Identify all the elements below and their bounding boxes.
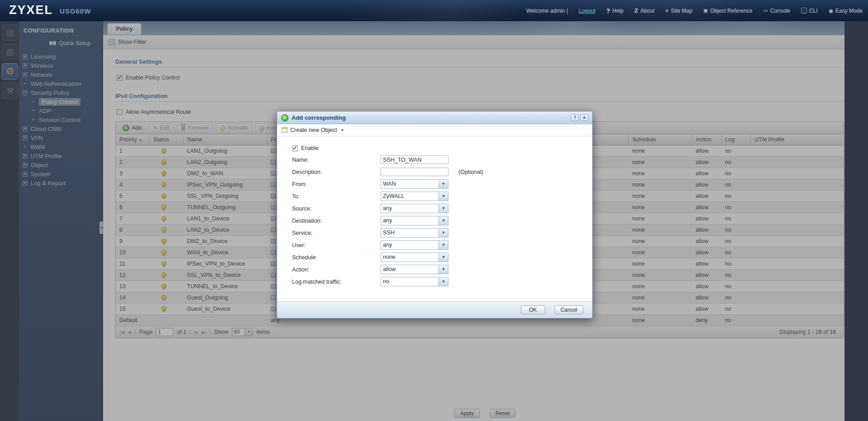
- dialog-toolbar: Create new Object ▼: [277, 124, 592, 136]
- field-source-select[interactable]: any▼: [381, 204, 448, 213]
- topbar-site-map-button[interactable]: +Site Map: [665, 7, 692, 14]
- field-source-value: any: [381, 204, 439, 213]
- field-schedule-value: none: [381, 253, 439, 262]
- field-from-label: From:: [292, 181, 381, 187]
- field-schedule-label: Schedule:: [292, 254, 381, 261]
- top-bar: ZYXEL USG60W Welcome admin | Logout ?Hel…: [0, 0, 868, 21]
- device-model: USG60W: [60, 7, 91, 15]
- form-row-from: From:WAN▼: [277, 178, 592, 190]
- logout-link[interactable]: Logout: [579, 8, 595, 14]
- field-action-value: allow: [381, 265, 439, 274]
- dialog-help-button[interactable]: ?: [571, 114, 579, 121]
- dialog-title-bar: + Add corresponding ? ✕: [277, 112, 592, 124]
- about-icon: Z: [634, 7, 638, 14]
- object-reference-label: Object Reference: [710, 8, 752, 14]
- add-policy-dialog: + Add corresponding ? ✕ Create new Objec…: [277, 111, 593, 318]
- form-row-service: Service:SSH▼: [277, 227, 592, 239]
- enable-label: Enable: [301, 145, 319, 151]
- field-destination-select[interactable]: any▼: [381, 216, 448, 225]
- topbar-menu: Welcome admin | Logout ?HelpZAbout+Site …: [526, 0, 863, 21]
- field-service-select[interactable]: SSH▼: [381, 228, 448, 238]
- easy-mode-label: Easy Mode: [835, 8, 863, 14]
- field-to-label: To:: [292, 193, 381, 200]
- zyxel-admin-app: ZYXEL USG60W Welcome admin | Logout ?Hel…: [0, 0, 868, 421]
- field-log-matched-traffic-value: no: [381, 277, 439, 286]
- field-service-label: Service:: [292, 230, 381, 236]
- dialog-form: Enable Name:Description:(Optional)From:W…: [277, 136, 592, 288]
- field-log-matched-traffic-select[interactable]: no▼: [381, 277, 448, 286]
- create-new-object-button[interactable]: Create new Object: [290, 127, 337, 133]
- chevron-down-icon: ▼: [439, 216, 448, 225]
- ok-button[interactable]: OK: [521, 305, 545, 314]
- cli-label: CLI: [809, 8, 818, 14]
- field-action-label: Action:: [292, 267, 381, 273]
- field-destination-label: Destination:: [292, 218, 381, 224]
- field-source-label: Source:: [292, 206, 381, 212]
- topbar-about-button[interactable]: ZAbout: [634, 7, 654, 14]
- console-label: Console: [770, 8, 790, 14]
- topbar-object-reference-button[interactable]: ▣Object Reference: [703, 8, 752, 14]
- field-log-matched-traffic-label: Log matched traffic:: [292, 279, 381, 285]
- topbar-help-button[interactable]: ?Help: [606, 7, 623, 14]
- chevron-down-icon: ▼: [439, 192, 448, 201]
- chevron-down-icon: ▼: [439, 241, 448, 249]
- topbar-easy-mode-button[interactable]: ◉Easy Mode: [828, 8, 863, 14]
- form-row-description: Description:(Optional): [277, 166, 592, 178]
- cancel-button[interactable]: Cancel: [555, 305, 583, 314]
- chevron-down-icon: ▼: [439, 277, 448, 286]
- add-icon: +: [281, 114, 288, 122]
- field-to-value: ZyWALL: [381, 192, 439, 201]
- enable-checkbox[interactable]: [292, 145, 298, 151]
- chevron-down-icon: ▼: [341, 128, 344, 132]
- field-service-value: SSH: [381, 229, 439, 237]
- dialog-footer: OK Cancel: [277, 301, 592, 318]
- chevron-down-icon: ▼: [439, 180, 448, 188]
- form-row-action: Action:allow▼: [277, 263, 592, 276]
- field-from-select[interactable]: WAN▼: [381, 179, 448, 189]
- field-user-select[interactable]: any▼: [381, 240, 448, 250]
- form-row-user: User:any▼: [277, 239, 592, 251]
- zyxel-logo: ZYXEL: [9, 3, 53, 17]
- welcome-text: Welcome admin |: [526, 8, 568, 14]
- form-row-to: To:ZyWALL▼: [277, 190, 592, 202]
- field-description-label: Description:: [292, 169, 381, 175]
- topbar-cli-button[interactable]: >_CLI: [801, 8, 818, 14]
- help-icon: ?: [606, 7, 610, 14]
- chevron-down-icon: ▼: [439, 229, 448, 237]
- dialog-close-icon[interactable]: ✕: [580, 114, 588, 121]
- object-reference-icon: ▣: [703, 8, 708, 14]
- console-icon: ▭: [763, 8, 768, 14]
- field-description-suffix: (Optional): [458, 169, 483, 175]
- form-row-name: Name:: [277, 154, 592, 166]
- help-label: Help: [612, 8, 623, 14]
- topbar-console-button[interactable]: ▭Console: [763, 8, 790, 14]
- dialog-title: Add corresponding: [292, 114, 346, 121]
- field-user-value: any: [381, 241, 439, 249]
- chevron-down-icon: ▼: [439, 204, 448, 213]
- site-map-label: Site Map: [671, 8, 692, 14]
- field-user-label: User:: [292, 242, 381, 248]
- field-from-value: WAN: [381, 180, 439, 188]
- site-map-icon: +: [665, 7, 669, 14]
- field-destination-value: any: [381, 216, 439, 225]
- cli-icon: >_: [801, 8, 807, 14]
- form-row-log-matched-traffic: Log matched traffic:no▼: [277, 276, 592, 288]
- chevron-down-icon: ▼: [439, 253, 448, 262]
- field-action-select[interactable]: allow▼: [381, 265, 448, 274]
- about-label: About: [640, 8, 654, 14]
- easy-mode-icon: ◉: [828, 8, 833, 14]
- form-row-destination: Destination:any▼: [277, 215, 592, 227]
- field-to-select[interactable]: ZyWALL▼: [381, 192, 448, 201]
- form-row-source: Source:any▼: [277, 202, 592, 215]
- form-row-schedule: Schedule:none▼: [277, 251, 592, 263]
- field-description-input[interactable]: [381, 168, 448, 176]
- create-object-icon: [282, 127, 288, 133]
- field-name-label: Name:: [292, 157, 381, 163]
- field-name-input[interactable]: [381, 155, 448, 164]
- chevron-down-icon: ▼: [439, 265, 448, 274]
- field-schedule-select[interactable]: none▼: [381, 253, 448, 262]
